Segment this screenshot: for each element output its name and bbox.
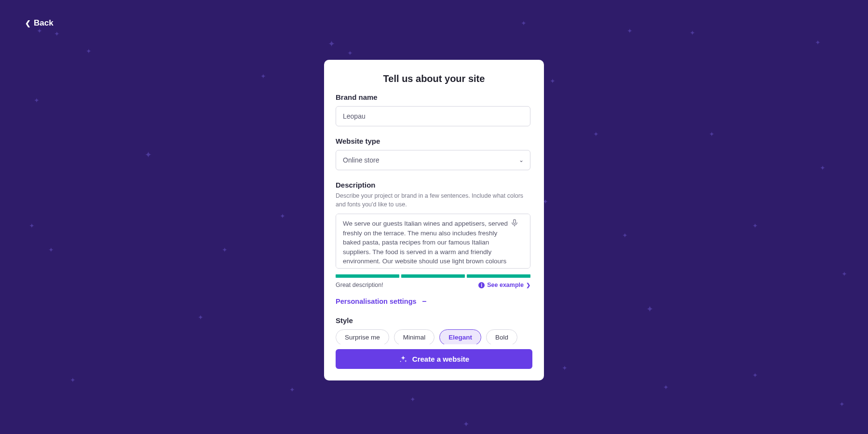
description-label: Description <box>336 181 530 189</box>
back-label: Back <box>34 18 54 28</box>
description-feedback: Great description! <box>336 282 383 288</box>
description-strength-bar <box>336 274 530 278</box>
website-type-selected-value: Online store <box>343 156 379 164</box>
card-title: Tell us about your site <box>336 73 532 84</box>
description-textarea[interactable] <box>336 214 530 269</box>
style-chip-surprise-me[interactable]: Surprise me <box>336 329 389 344</box>
website-type-label: Website type <box>336 137 530 145</box>
style-chip-minimal[interactable]: Minimal <box>394 329 435 344</box>
see-example-label: See example <box>487 282 524 288</box>
brand-name-input[interactable] <box>336 106 530 126</box>
create-website-label: Create a website <box>412 355 469 363</box>
style-chips-row: Surprise me Minimal Elegant Bold <box>336 329 530 344</box>
create-website-button[interactable]: Create a website <box>336 349 532 369</box>
see-example-link[interactable]: i See example ❯ <box>478 282 530 288</box>
microphone-icon[interactable] <box>510 218 519 227</box>
chevron-left-icon: ❮ <box>25 19 31 27</box>
description-hint: Describe your project or brand in a few … <box>336 192 530 209</box>
website-type-group: Website type Online store ⌄ <box>336 137 530 170</box>
form-scroll-area[interactable]: Brand name Website type Online store ⌄ D… <box>336 93 535 344</box>
chevron-right-icon: ❯ <box>526 282 530 288</box>
info-icon: i <box>478 282 485 288</box>
svg-rect-0 <box>514 219 516 223</box>
sparkle-icon <box>399 355 407 364</box>
personalisation-label: Personalisation settings <box>336 298 417 305</box>
style-label: Style <box>336 316 530 325</box>
personalisation-toggle[interactable]: Personalisation settings – <box>336 297 530 306</box>
style-group: Style Surprise me Minimal Elegant Bold <box>336 316 530 344</box>
brand-name-group: Brand name <box>336 93 530 126</box>
brand-name-label: Brand name <box>336 93 530 101</box>
minus-icon: – <box>422 297 427 306</box>
website-type-select[interactable]: Online store <box>336 150 530 170</box>
site-setup-card: Tell us about your site Brand name Websi… <box>324 60 544 380</box>
style-chip-elegant[interactable]: Elegant <box>439 329 481 344</box>
back-button[interactable]: ❮ Back <box>25 18 54 28</box>
description-group: Description Describe your project or bra… <box>336 181 530 288</box>
style-chip-bold[interactable]: Bold <box>486 329 517 344</box>
